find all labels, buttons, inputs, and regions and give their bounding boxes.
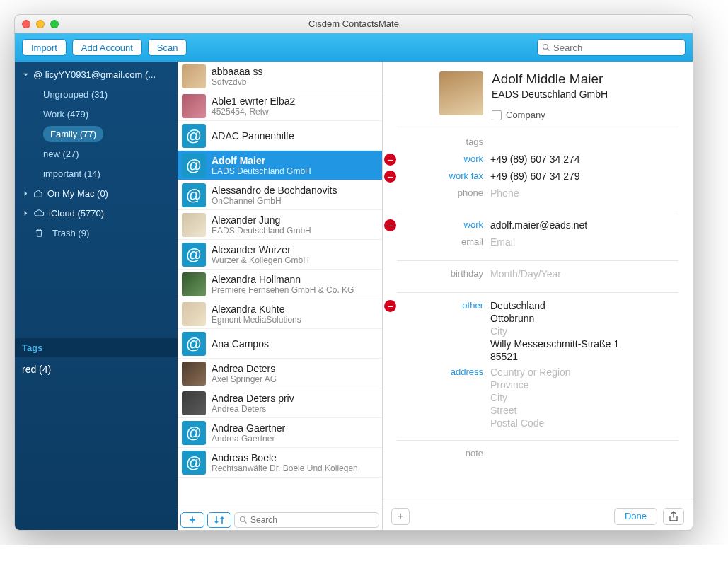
field-label[interactable]: work: [398, 219, 490, 230]
remove-field-button[interactable]: −: [384, 219, 396, 231]
field-label[interactable]: work: [398, 154, 490, 164]
add-account-button[interactable]: Add Account: [72, 39, 142, 56]
field-label[interactable]: phone: [398, 187, 490, 198]
contact-avatar: @: [182, 154, 206, 178]
contact-row[interactable]: Able1 ewrter Elba24525454, Retw: [178, 91, 382, 121]
contact-row-sub: OnChannel GmbH: [212, 196, 337, 206]
contact-row[interactable]: @Andreas BoeleRechtsanwälte Dr. Boele Un…: [178, 448, 382, 478]
disclosure-triangle-icon: [23, 210, 29, 216]
contact-row[interactable]: @Alexander WurzerWurzer & Kollegen GmbH: [178, 240, 382, 270]
address-line[interactable]: City: [490, 392, 678, 403]
remove-field-button[interactable]: −: [384, 154, 396, 166]
toolbar: Import Add Account Scan: [15, 33, 693, 62]
contact-row[interactable]: Alexandra HollmannPremiere Fernsehen Gmb…: [178, 270, 382, 299]
sidebar-group[interactable]: Family (77): [15, 124, 178, 144]
scan-button[interactable]: Scan: [148, 39, 187, 56]
contact-row[interactable]: Alexander JungEADS Deutschland GmbH: [178, 210, 382, 240]
contact-avatar: @: [182, 124, 206, 148]
contact-row[interactable]: @Adolf MaierEADS Deutschland GmbH: [178, 151, 382, 180]
sidebar-account[interactable]: iCloud (5770): [15, 203, 178, 223]
detail-field-row: email Email: [383, 235, 678, 252]
add-contact-button[interactable]: +: [180, 512, 204, 528]
contact-detail-panel: Adolf Middle Maier EADS Deutschland GmbH…: [383, 62, 693, 530]
contact-list-panel: abbaaaa ssSdfvzdvbAble1 ewrter Elba24525…: [178, 62, 383, 530]
address-line[interactable]: 85521: [490, 351, 678, 362]
contact-photo[interactable]: [439, 71, 483, 115]
field-label[interactable]: email: [398, 236, 490, 247]
contact-search[interactable]: [234, 512, 379, 528]
contact-row-sub: Wurzer & Kollegen GmbH: [212, 255, 309, 265]
contact-row-name: Andreas Boele: [212, 452, 358, 463]
sidebar-account-label: @ licyYY0931@gmail.com (...: [33, 69, 156, 80]
detail-field-row: − work adolf.maier@eads.net: [383, 218, 678, 235]
contact-search-input[interactable]: [250, 515, 374, 525]
contact-row-name: ADAC Pannenhilfe: [212, 130, 294, 142]
contact-row-name: Alexandra Kühte: [212, 304, 301, 315]
import-button[interactable]: Import: [22, 39, 67, 56]
sidebar-tag[interactable]: red (4): [15, 357, 178, 381]
done-button[interactable]: Done: [614, 508, 657, 525]
field-value[interactable]: Email: [490, 236, 678, 248]
contact-row[interactable]: Alexandra KühteEgmont MediaSolutions: [178, 299, 382, 329]
contact-avatar: [182, 362, 206, 386]
address-line[interactable]: Street: [490, 405, 678, 416]
titlebar: Cisdem ContactsMate: [15, 15, 693, 33]
birthday-value[interactable]: Month/Day/Year: [490, 268, 678, 279]
field-label[interactable]: work fax: [398, 171, 490, 181]
sidebar-account[interactable]: @ licyYY0931@gmail.com (...: [15, 64, 178, 84]
field-label[interactable]: other: [398, 300, 490, 311]
toolbar-search[interactable]: [537, 39, 686, 56]
address-line[interactable]: City: [490, 325, 678, 337]
search-icon: [542, 43, 550, 52]
contact-row-name: Andrea Deters: [212, 363, 277, 374]
address-line[interactable]: Deutschland: [490, 300, 678, 311]
sidebar-account-label: iCloud (5770): [49, 208, 104, 219]
window-title: Cisdem ContactsMate: [15, 18, 693, 29]
contact-row[interactable]: abbaaaa ssSdfvzdvb: [178, 62, 382, 91]
contact-row[interactable]: @Alessandro de BochdanovitsOnChannel Gmb…: [178, 180, 382, 210]
contact-row-name: Ana Campos: [212, 338, 269, 350]
svg-line-1: [548, 49, 550, 51]
contact-row-sub: Premiere Fernsehen GmbH & Co. KG: [212, 285, 354, 295]
company-checkbox[interactable]: Company: [492, 110, 608, 120]
contact-avatar: [182, 391, 206, 415]
address-line[interactable]: Country or Region: [490, 366, 678, 378]
sidebar-group[interactable]: new (27): [15, 144, 178, 163]
contact-row[interactable]: @Ana Campos: [178, 329, 382, 359]
contact-row[interactable]: Andrea DetersAxel Springer AG: [178, 359, 382, 388]
contact-name[interactable]: Adolf Middle Maier: [492, 71, 608, 87]
add-field-button[interactable]: +: [391, 508, 410, 525]
detail-field-row: phone Phone: [383, 186, 678, 203]
field-value[interactable]: Phone: [490, 187, 678, 199]
sort-toggle-button[interactable]: [207, 512, 231, 528]
remove-field-button[interactable]: −: [384, 300, 396, 312]
contact-row-name: abbaaaa ss: [212, 66, 262, 77]
share-button[interactable]: [663, 508, 684, 525]
address-line[interactable]: Willy Messerschmitt-Straße 1: [490, 338, 678, 350]
detail-footer: + Done: [383, 502, 693, 530]
contact-avatar: @: [182, 243, 206, 267]
contact-row-sub: Sdfvzdvb: [212, 77, 262, 87]
sidebar-account[interactable]: On My Mac (0): [15, 183, 178, 203]
toolbar-search-input[interactable]: [553, 42, 681, 53]
detail-address-row: − other DeutschlandOttobrunnCityWilly Me…: [383, 299, 678, 365]
contact-company[interactable]: EADS Deutschland GmbH: [492, 88, 608, 100]
field-label[interactable]: address: [398, 366, 490, 377]
sidebar-group[interactable]: Work (479): [15, 104, 178, 124]
address-line[interactable]: Postal Code: [490, 417, 678, 429]
disclosure-triangle-icon: [23, 190, 29, 197]
contact-row-sub: Andrea Gaertner: [212, 434, 285, 444]
sidebar-group[interactable]: important (14): [15, 163, 178, 183]
sidebar-trash[interactable]: Trash (9): [15, 223, 178, 243]
detail-field-row: − work fax +49 (89) 607 34 279: [383, 169, 678, 186]
field-value[interactable]: +49 (89) 607 34 279: [490, 171, 678, 182]
field-value[interactable]: adolf.maier@eads.net: [490, 219, 678, 231]
address-line[interactable]: Ottobrunn: [490, 313, 678, 324]
contact-row[interactable]: Andrea Deters privAndrea Deters: [178, 388, 382, 418]
address-line[interactable]: Province: [490, 379, 678, 391]
contact-row[interactable]: @ADAC Pannenhilfe: [178, 121, 382, 151]
remove-field-button[interactable]: −: [384, 171, 396, 183]
sidebar-group[interactable]: Ungrouped (31): [15, 84, 178, 104]
contact-row[interactable]: @Andrea GaertnerAndrea Gaertner: [178, 418, 382, 448]
field-value[interactable]: +49 (89) 607 34 274: [490, 154, 678, 165]
